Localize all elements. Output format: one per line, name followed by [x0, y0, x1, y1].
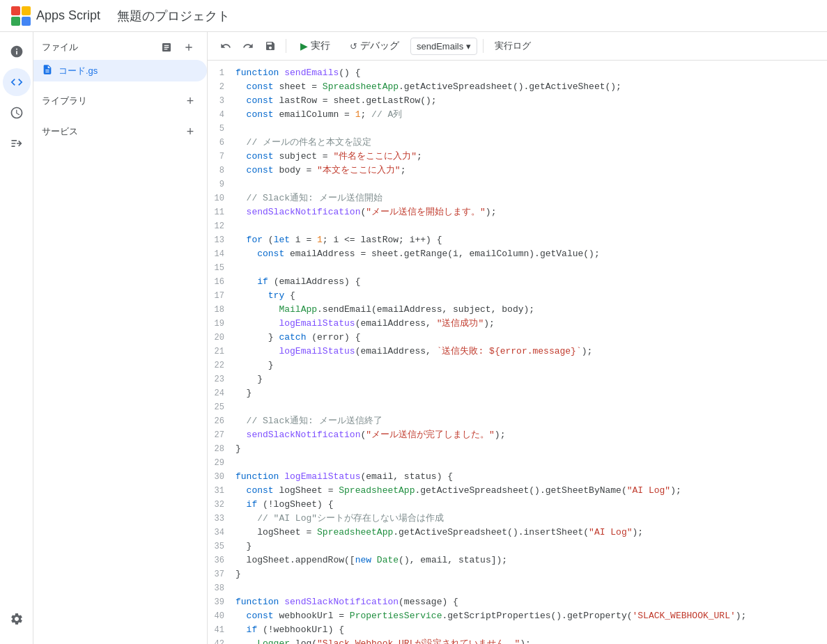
- triggers-icon-btn[interactable]: [3, 99, 31, 127]
- redo-icon: [242, 40, 254, 52]
- services-section-title: サービス: [42, 125, 78, 138]
- code-line: 38: [208, 581, 827, 595]
- sort-az-btn[interactable]: [157, 38, 176, 57]
- code-line: 39function sendSlackNotification(message…: [208, 595, 827, 609]
- toolbar-divider-1: [286, 39, 286, 53]
- app-title: Apps Script: [36, 8, 100, 23]
- code-line: 22 }: [208, 359, 827, 372]
- code-line: 11 sendSlackNotification("メール送信を開始します。")…: [208, 205, 827, 219]
- code-line: 25: [208, 400, 827, 414]
- app-logo: Apps Script: [11, 6, 100, 26]
- code-line: 8 const body = "本文をここに入力";: [208, 164, 827, 178]
- file-icon: [42, 64, 53, 77]
- editor-area: ▶ 実行 ↺ デバッグ sendEmails ▾ 実行ログ 1function: [208, 32, 827, 644]
- toolbar-divider-2: [483, 39, 484, 53]
- code-line: 33 // "AI Log"シートが存在しない場合は作成: [208, 512, 827, 526]
- code-line: 10 // Slack通知: メール送信開始: [208, 191, 827, 205]
- add-service-btn[interactable]: +: [182, 123, 199, 140]
- project-title: 無題のプロジェクト: [117, 8, 230, 24]
- code-line: 37}: [208, 567, 827, 581]
- code-icon: [10, 75, 24, 89]
- file-item-code-gs[interactable]: コード.gs: [33, 60, 207, 81]
- services-section-header[interactable]: サービス +: [33, 118, 207, 143]
- library-section-header[interactable]: ライブラリ +: [33, 87, 207, 112]
- executions-icon: [10, 136, 24, 150]
- run-btn[interactable]: ▶ 実行: [292, 37, 339, 55]
- add-file-btn[interactable]: [179, 38, 199, 57]
- info-icon-btn[interactable]: [3, 38, 31, 65]
- code-line: 31 const logSheet = SpreadsheetApp.getAc…: [208, 484, 827, 498]
- code-line: 36 logSheet.appendRow([new Date(), email…: [208, 553, 827, 567]
- file-name-code-gs: コード.gs: [59, 65, 199, 77]
- code-line: 42 Logger.log("Slack Webhook URLが設定されていま…: [208, 637, 827, 644]
- code-line: 21 logEmailStatus(emailAddress, `送信失敗: $…: [208, 345, 827, 359]
- sidebar: ファイル: [33, 32, 208, 644]
- info-icon: [10, 45, 24, 58]
- code-line: 30function logEmailStatus(email, status)…: [208, 470, 827, 484]
- editor-toolbar: ▶ 実行 ↺ デバッグ sendEmails ▾ 実行ログ: [208, 32, 827, 61]
- svg-rect-0: [11, 6, 20, 15]
- debug-icon: ↺: [350, 41, 357, 52]
- files-section-title: ファイル: [42, 41, 78, 54]
- code-line: 1function sendEmails() {: [208, 66, 827, 80]
- code-line: 12: [208, 219, 827, 233]
- code-line: 24 }: [208, 386, 827, 400]
- undo-btn[interactable]: [216, 36, 235, 56]
- function-name: sendEmails: [417, 41, 463, 52]
- code-line: 16 if (emailAddress) {: [208, 275, 827, 289]
- code-line: 19 logEmailStatus(emailAddress, "送信成功");: [208, 317, 827, 331]
- code-line: 17 try {: [208, 289, 827, 303]
- code-editor-icon-btn[interactable]: [3, 68, 31, 96]
- code-line: 41 if (!webhookUrl) {: [208, 623, 827, 637]
- apps-script-logo: [11, 6, 31, 26]
- code-line: 9: [208, 178, 827, 191]
- main-layout: ファイル: [0, 32, 827, 644]
- code-line: 3 const lastRow = sheet.getLastRow();: [208, 94, 827, 108]
- save-btn[interactable]: [261, 36, 280, 56]
- add-file-icon: [183, 42, 194, 53]
- code-line: 26 // Slack通知: メール送信終了: [208, 414, 827, 428]
- save-icon: [265, 40, 276, 52]
- code-line: 27 sendSlackNotification("メール送信が完了しました。"…: [208, 428, 827, 442]
- code-line: 18 MailApp.sendEmail(emailAddress, subje…: [208, 303, 827, 317]
- execution-log-label: 実行ログ: [495, 40, 531, 52]
- code-line: 28}: [208, 442, 827, 456]
- svg-rect-2: [11, 17, 20, 26]
- function-dropdown-icon: ▾: [466, 41, 471, 52]
- code-line: 6 // メールの件名と本文を設定: [208, 136, 827, 150]
- run-label: 実行: [311, 40, 330, 52]
- execution-log-btn[interactable]: 実行ログ: [489, 37, 536, 55]
- settings-icon: [10, 612, 24, 626]
- code-line: 7 const subject = "件名をここに入力";: [208, 150, 827, 164]
- code-line: 23 }: [208, 372, 827, 386]
- triggers-icon: [10, 106, 24, 120]
- code-line: 20 } catch (error) {: [208, 331, 827, 345]
- code-line: 34 logSheet = SpreadsheetApp.getActiveSp…: [208, 526, 827, 540]
- undo-icon: [220, 40, 231, 52]
- redo-btn[interactable]: [238, 36, 258, 56]
- code-line: 32 if (!logSheet) {: [208, 498, 827, 512]
- debug-btn[interactable]: ↺ デバッグ: [341, 37, 408, 55]
- code-editor[interactable]: 1function sendEmails() { 2 const sheet =…: [208, 61, 827, 644]
- run-play-icon: ▶: [300, 40, 308, 52]
- files-section-header[interactable]: ファイル: [33, 32, 207, 60]
- code-line: 35 }: [208, 540, 827, 553]
- function-selector[interactable]: sendEmails ▾: [410, 38, 477, 55]
- icon-bar: [0, 32, 33, 644]
- code-line: 29: [208, 456, 827, 470]
- code-line: 4 const emailColumn = 1; // A列: [208, 108, 827, 122]
- add-library-btn[interactable]: +: [182, 93, 199, 109]
- code-line: 5: [208, 122, 827, 136]
- executions-icon-btn[interactable]: [3, 129, 31, 157]
- svg-rect-3: [22, 17, 31, 26]
- debug-label: デバッグ: [360, 40, 399, 52]
- library-section-title: ライブラリ: [42, 95, 87, 107]
- sort-az-icon: [161, 42, 172, 53]
- topbar: Apps Script 無題のプロジェクト: [0, 0, 827, 32]
- code-line: 40 const webhookUrl = PropertiesService.…: [208, 609, 827, 623]
- code-line: 2 const sheet = SpreadsheetApp.getActive…: [208, 80, 827, 94]
- settings-icon-btn[interactable]: [3, 605, 31, 633]
- code-line: 14 const emailAddress = sheet.getRange(i…: [208, 247, 827, 261]
- code-line: 15: [208, 261, 827, 275]
- svg-rect-1: [22, 6, 31, 15]
